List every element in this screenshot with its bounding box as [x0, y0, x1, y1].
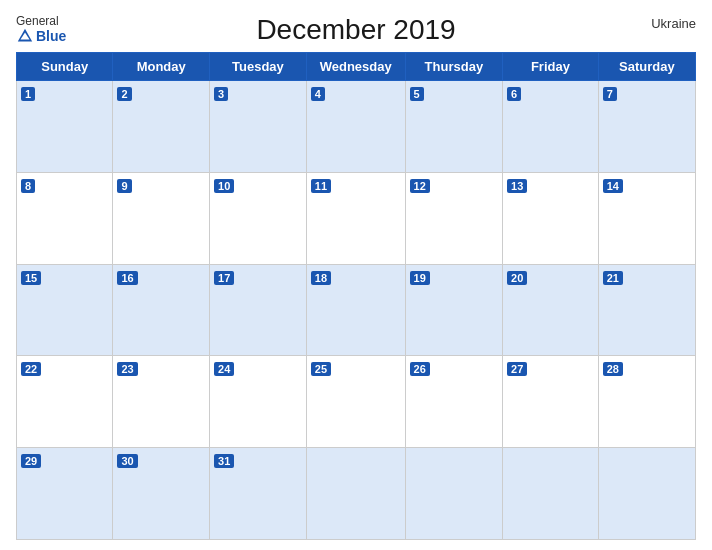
- weekday-header-cell: Tuesday: [210, 53, 307, 81]
- calendar-day-cell: [405, 448, 502, 540]
- calendar-day-cell: 6: [503, 81, 599, 173]
- calendar-week-row: 22232425262728: [17, 356, 696, 448]
- day-number: 14: [603, 179, 623, 193]
- logo: General Blue: [16, 15, 66, 45]
- calendar-day-cell: 12: [405, 172, 502, 264]
- calendar-day-cell: 25: [306, 356, 405, 448]
- calendar-day-cell: 5: [405, 81, 502, 173]
- calendar-day-cell: 8: [17, 172, 113, 264]
- logo-icon: [16, 27, 34, 45]
- day-number: 25: [311, 362, 331, 376]
- calendar-day-cell: 30: [113, 448, 210, 540]
- calendar-day-cell: 31: [210, 448, 307, 540]
- weekday-header-row: SundayMondayTuesdayWednesdayThursdayFrid…: [17, 53, 696, 81]
- weekday-header-cell: Monday: [113, 53, 210, 81]
- day-number: 9: [117, 179, 131, 193]
- day-number: 8: [21, 179, 35, 193]
- calendar-day-cell: 17: [210, 264, 307, 356]
- weekday-header-cell: Thursday: [405, 53, 502, 81]
- day-number: 28: [603, 362, 623, 376]
- calendar-day-cell: [598, 448, 695, 540]
- calendar-day-cell: 21: [598, 264, 695, 356]
- logo-general-text: General: [16, 15, 59, 27]
- day-number: 7: [603, 87, 617, 101]
- day-number: 26: [410, 362, 430, 376]
- logo-blue-text: Blue: [16, 27, 66, 45]
- day-number: 29: [21, 454, 41, 468]
- calendar-day-cell: 28: [598, 356, 695, 448]
- calendar-header: General Blue December 2019 Ukraine: [16, 10, 696, 46]
- weekday-header-cell: Sunday: [17, 53, 113, 81]
- day-number: 16: [117, 271, 137, 285]
- calendar-week-row: 293031: [17, 448, 696, 540]
- calendar-body: 1234567891011121314151617181920212223242…: [17, 81, 696, 540]
- calendar-day-cell: 16: [113, 264, 210, 356]
- weekday-header-cell: Friday: [503, 53, 599, 81]
- day-number: 4: [311, 87, 325, 101]
- day-number: 17: [214, 271, 234, 285]
- calendar-day-cell: 13: [503, 172, 599, 264]
- calendar-day-cell: 26: [405, 356, 502, 448]
- calendar-day-cell: 20: [503, 264, 599, 356]
- day-number: 22: [21, 362, 41, 376]
- calendar-day-cell: 15: [17, 264, 113, 356]
- day-number: 11: [311, 179, 331, 193]
- day-number: 19: [410, 271, 430, 285]
- calendar-week-row: 1234567: [17, 81, 696, 173]
- calendar-day-cell: 24: [210, 356, 307, 448]
- calendar-week-row: 891011121314: [17, 172, 696, 264]
- day-number: 15: [21, 271, 41, 285]
- day-number: 6: [507, 87, 521, 101]
- calendar-day-cell: 9: [113, 172, 210, 264]
- calendar-day-cell: 18: [306, 264, 405, 356]
- calendar-table: SundayMondayTuesdayWednesdayThursdayFrid…: [16, 52, 696, 540]
- day-number: 27: [507, 362, 527, 376]
- calendar-day-cell: 1: [17, 81, 113, 173]
- day-number: 12: [410, 179, 430, 193]
- day-number: 5: [410, 87, 424, 101]
- calendar-day-cell: 29: [17, 448, 113, 540]
- weekday-header-cell: Saturday: [598, 53, 695, 81]
- day-number: 23: [117, 362, 137, 376]
- day-number: 30: [117, 454, 137, 468]
- day-number: 24: [214, 362, 234, 376]
- calendar-week-row: 15161718192021: [17, 264, 696, 356]
- day-number: 31: [214, 454, 234, 468]
- weekday-header-cell: Wednesday: [306, 53, 405, 81]
- calendar-day-cell: 27: [503, 356, 599, 448]
- calendar-day-cell: 23: [113, 356, 210, 448]
- calendar-day-cell: 11: [306, 172, 405, 264]
- calendar-day-cell: 22: [17, 356, 113, 448]
- calendar-day-cell: 2: [113, 81, 210, 173]
- calendar-day-cell: [503, 448, 599, 540]
- day-number: 13: [507, 179, 527, 193]
- day-number: 1: [21, 87, 35, 101]
- calendar-day-cell: 14: [598, 172, 695, 264]
- calendar-day-cell: 10: [210, 172, 307, 264]
- calendar-day-cell: 7: [598, 81, 695, 173]
- calendar-day-cell: 4: [306, 81, 405, 173]
- calendar-day-cell: 19: [405, 264, 502, 356]
- day-number: 21: [603, 271, 623, 285]
- day-number: 2: [117, 87, 131, 101]
- day-number: 18: [311, 271, 331, 285]
- day-number: 20: [507, 271, 527, 285]
- month-title: December 2019: [256, 14, 455, 46]
- day-number: 10: [214, 179, 234, 193]
- day-number: 3: [214, 87, 228, 101]
- calendar-day-cell: [306, 448, 405, 540]
- country-label: Ukraine: [651, 16, 696, 31]
- calendar-day-cell: 3: [210, 81, 307, 173]
